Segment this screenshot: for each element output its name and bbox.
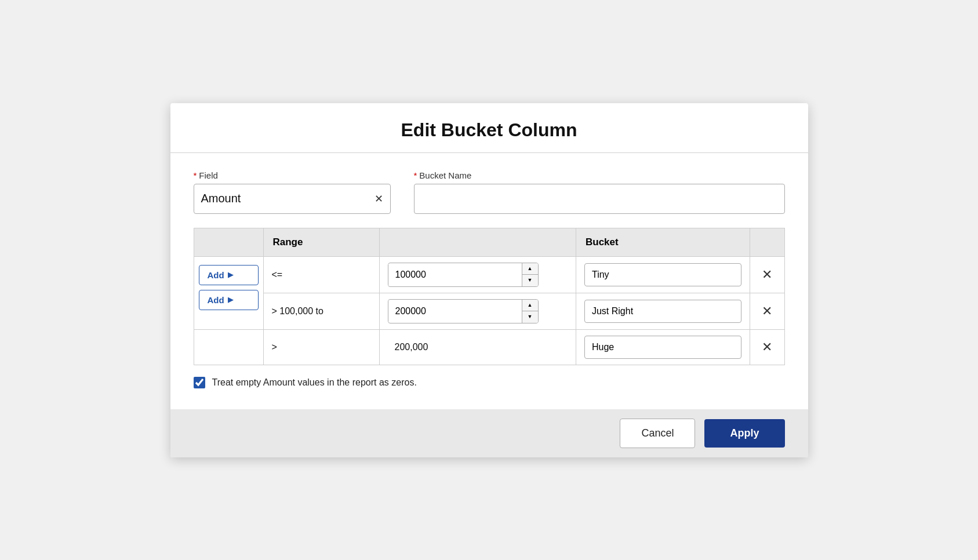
dialog-title: Edit Bucket Column: [194, 119, 785, 141]
col-header-del: [750, 228, 784, 256]
add-button-1[interactable]: Add ▶: [199, 265, 259, 285]
delete-row-3-button[interactable]: ✕: [759, 339, 775, 356]
add-buttons-col: Add ▶ Add ▶: [199, 263, 259, 312]
field-label-text: Field: [199, 170, 218, 180]
range-value-3: 200,000: [379, 329, 576, 365]
range-value-2: ▲ ▼: [379, 293, 576, 329]
clear-field-icon[interactable]: ✕: [375, 194, 383, 204]
apply-button[interactable]: Apply: [704, 419, 784, 448]
cancel-button[interactable]: Cancel: [620, 419, 695, 448]
dialog-header: Edit Bucket Column: [170, 103, 808, 153]
bucket-input-2[interactable]: [584, 300, 741, 323]
range-spinners-1: ▲ ▼: [522, 263, 538, 286]
table-row: > 200,000 ✕: [194, 329, 784, 365]
treat-zeros-checkbox[interactable]: [194, 377, 205, 388]
field-value: Amount: [201, 192, 375, 205]
col-header-range: Range: [263, 228, 379, 256]
field-input-wrapper[interactable]: Amount ✕: [194, 184, 391, 214]
range-label-3: >: [263, 329, 379, 365]
bucket-cell-3: [576, 329, 750, 365]
range-input-group-2[interactable]: ▲ ▼: [388, 299, 539, 323]
add-button-1-arrow: ▶: [228, 271, 233, 279]
delete-cell-2: ✕: [750, 293, 784, 329]
bucket-name-required-star: *: [414, 170, 417, 180]
range-input-group-1[interactable]: ▲ ▼: [388, 263, 539, 287]
treat-zeros-label: Treat empty Amount values in the report …: [212, 377, 417, 388]
range-spin-up-2[interactable]: ▲: [522, 300, 538, 311]
form-top-row: * Field Amount ✕ * Bucket Name: [194, 170, 785, 214]
col-header-bucket: Bucket: [576, 228, 750, 256]
delete-row-2-button[interactable]: ✕: [759, 303, 775, 320]
bucket-cell-2: [576, 293, 750, 329]
add-button-2-arrow: ▶: [228, 296, 233, 304]
range-spin-up-1[interactable]: ▲: [522, 263, 538, 275]
bucket-name-label: * Bucket Name: [414, 170, 785, 180]
edit-bucket-column-dialog: Edit Bucket Column * Field Amount ✕ * Bu…: [170, 103, 808, 457]
add-button-2-label: Add: [208, 295, 224, 305]
bucket-table: Range Bucket Add ▶: [194, 228, 785, 365]
add-button-1-label: Add: [208, 270, 224, 280]
field-group: * Field Amount ✕: [194, 170, 391, 214]
col-header-range-val: [379, 228, 576, 256]
range-spin-down-1[interactable]: ▼: [522, 275, 538, 286]
range-label-1: <=: [263, 256, 379, 293]
delete-cell-1: ✕: [750, 256, 784, 293]
table-row: > 100,000 to ▲ ▼: [194, 293, 784, 329]
delete-row-1-button[interactable]: ✕: [759, 266, 775, 283]
range-input-1[interactable]: [388, 264, 522, 286]
checkbox-row: Treat empty Amount values in the report …: [194, 377, 785, 388]
bucket-input-3[interactable]: [584, 336, 741, 359]
add-button-2[interactable]: Add ▶: [199, 290, 259, 310]
dialog-body: * Field Amount ✕ * Bucket Name: [170, 153, 808, 409]
col-header-add: [194, 228, 263, 256]
field-label: * Field: [194, 170, 391, 180]
field-required-star: *: [194, 170, 197, 180]
dialog-footer: Cancel Apply: [170, 409, 808, 457]
range-value-1: ▲ ▼: [379, 256, 576, 293]
range-spin-down-2[interactable]: ▼: [522, 311, 538, 323]
add-cell-3: [194, 329, 263, 365]
bucket-cell-1: [576, 256, 750, 293]
bucket-name-group: * Bucket Name: [414, 170, 785, 214]
bucket-name-label-text: Bucket Name: [419, 170, 471, 180]
bucket-name-input[interactable]: [414, 184, 785, 214]
bucket-input-1[interactable]: [584, 263, 741, 286]
range-label-2: > 100,000 to: [263, 293, 379, 329]
delete-cell-3: ✕: [750, 329, 784, 365]
range-input-2[interactable]: [388, 300, 522, 322]
range-spinners-2: ▲ ▼: [522, 300, 538, 323]
table-row: Add ▶ Add ▶ <=: [194, 256, 784, 293]
